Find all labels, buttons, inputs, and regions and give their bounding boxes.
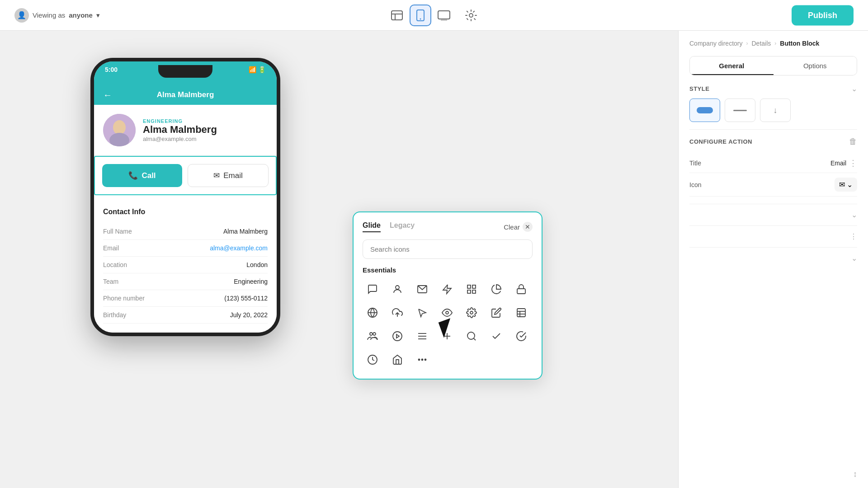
icon-table[interactable] [511,303,531,323]
mobile-view-btn[interactable] [410,5,431,26]
svg-rect-18 [517,289,525,294]
icon-pencil[interactable] [486,303,506,323]
email-button[interactable]: ✉ Email [188,164,269,187]
icon-menu[interactable] [412,326,432,346]
title-field-label: Title [689,160,701,167]
icon-timer[interactable] [363,350,382,370]
contact-row-phone: Phone number (123) 555-0112 [103,290,268,307]
icon-grid [363,279,533,370]
svg-point-30 [393,332,402,341]
icon-check-circle[interactable] [511,326,531,346]
breadcrumb: Company directory › Details › Button Blo… [689,40,857,47]
profile-avatar [103,114,136,146]
tab-legacy[interactable]: Legacy [390,221,415,232]
style-option-minimal[interactable] [725,99,755,122]
right-panel: Company directory › Details › Button Blo… [678,31,868,488]
svg-rect-16 [467,290,471,293]
toolbar: 👤 Viewing as anyone ▾ [0,0,868,31]
table-view-btn[interactable] [386,5,408,26]
icon-group[interactable] [363,326,382,346]
icon-chevron-icon: ⌄ [847,180,853,189]
title-field-row: Title Email ⋮ [689,154,857,173]
breadcrumb-part1[interactable]: Company directory [689,40,743,47]
icon-lock[interactable] [511,279,531,299]
style-options: ↓ [689,99,857,122]
configure-header: CONFIGURE ACTION 🗑 [689,137,857,146]
icon-pie[interactable] [486,279,506,299]
icon-cursor[interactable] [412,303,432,323]
icon-field-label: Icon [689,181,701,188]
scroll-indicator: ↕ [853,469,857,479]
contact-row-team: Team Engineering [103,273,268,290]
email-icon-btn: ✉ [213,171,220,180]
title-value-text: Email [830,160,846,167]
extra-chevron-1[interactable]: ⌄ [851,211,857,219]
icon-gear[interactable] [462,303,481,323]
style-option-button[interactable] [689,99,720,122]
selected-icon-preview: ✉ [839,180,845,189]
svg-point-41 [421,359,423,361]
tab-general[interactable]: General [690,56,774,75]
icon-play[interactable] [387,326,407,346]
phone-icon: 📞 [128,171,138,180]
clear-x-icon[interactable]: ✕ [523,222,533,232]
call-button[interactable]: 📞 Call [102,164,182,187]
breadcrumb-part2[interactable]: Details [752,40,771,47]
icon-picker-tabs: Glide Legacy [363,221,415,232]
icon-more[interactable] [412,350,432,370]
extra-more-2[interactable]: ⋮ [850,232,857,241]
icon-globe[interactable] [363,303,382,323]
phone-frame: 5:00 📶 🔋 ← Alma Malmberg ENGINEERING [90,58,280,336]
icon-chat[interactable] [363,279,382,299]
icon-search-input[interactable] [363,239,533,259]
svg-point-22 [446,311,448,314]
style-title: STYLE [689,85,709,92]
icon-plus[interactable] [437,326,457,346]
icon-search[interactable] [462,326,481,346]
icon-mail[interactable] [412,279,432,299]
style-section: STYLE ⌄ ↓ [689,84,857,122]
tab-options[interactable]: Options [774,56,857,75]
svg-rect-5 [438,11,450,19]
publish-button[interactable]: Publish [792,5,854,25]
svg-point-8 [469,14,473,17]
style-chevron-icon[interactable]: ⌄ [851,84,857,93]
icon-grid[interactable] [462,279,481,299]
svg-rect-24 [517,309,525,317]
extra-chevron-3[interactable]: ⌄ [851,254,857,263]
icon-picker-popup: Glide Legacy Clear ✕ Essentials [353,211,542,380]
icon-person[interactable] [387,279,407,299]
style-icon-preview: ↓ [774,106,778,115]
svg-line-38 [474,338,476,340]
phone-mockup: 5:00 📶 🔋 ← Alma Malmberg ENGINEERING [90,58,280,336]
icon-selector[interactable]: ✉ ⌄ [835,178,857,192]
svg-point-28 [370,333,373,335]
title-more-icon[interactable]: ⋮ [849,158,857,168]
svg-point-29 [373,333,376,335]
svg-point-42 [425,359,426,361]
desktop-view-btn[interactable] [433,5,455,26]
viewing-as-label: Viewing as [33,11,65,19]
style-option-icon[interactable]: ↓ [760,99,791,122]
icon-check[interactable] [486,326,506,346]
svg-point-37 [467,332,475,339]
svg-point-12 [396,286,399,289]
style-pill-preview [697,107,713,113]
icon-home[interactable] [387,350,407,370]
back-arrow-icon[interactable]: ← [103,90,112,100]
clear-button[interactable]: Clear ✕ [504,222,533,232]
phone-header: ← Alma Malmberg [94,85,277,105]
icon-eye[interactable] [437,303,457,323]
settings-btn[interactable] [460,5,482,26]
extra-section-1: ⌄ [689,204,857,225]
icon-bolt[interactable] [437,279,457,299]
viewing-as-menu[interactable]: 👤 Viewing as anyone ▾ [14,8,100,23]
icon-upload[interactable] [387,303,407,323]
svg-point-40 [418,359,420,361]
department-label: ENGINEERING [143,118,217,124]
breadcrumb-current: Button Block [780,40,819,47]
profile-info: ENGINEERING Alma Malmberg alma@example.c… [143,118,217,142]
profile-section: ENGINEERING Alma Malmberg alma@example.c… [94,105,277,156]
delete-icon[interactable]: 🗑 [849,137,857,146]
tab-glide[interactable]: Glide [363,221,381,232]
